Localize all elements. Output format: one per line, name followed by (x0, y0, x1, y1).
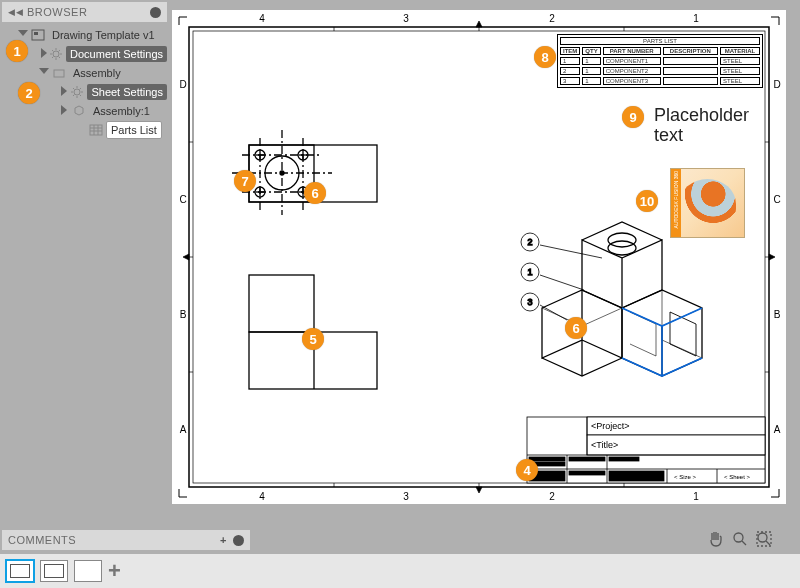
chevron-right-icon[interactable] (39, 49, 46, 58)
add-comment-icon[interactable]: + (220, 534, 227, 546)
chevron-down-icon[interactable] (18, 30, 27, 39)
browser-header[interactable]: ◀◀ BROWSER (2, 2, 167, 22)
svg-text:< Size >: < Size > (674, 474, 697, 480)
callout-1: 1 (6, 40, 28, 62)
sheet-thumb-2[interactable] (40, 560, 68, 582)
sheet-thumb-1[interactable] (6, 560, 34, 582)
svg-rect-85 (609, 457, 639, 461)
svg-point-2 (53, 51, 59, 57)
table-icon (88, 123, 103, 137)
svg-rect-1 (34, 32, 38, 35)
svg-text:2: 2 (549, 13, 555, 24)
comments-collapse-icon[interactable] (233, 535, 244, 546)
table-row[interactable]: 11COMPONENT1STEEL (560, 57, 760, 65)
svg-text:4: 4 (259, 491, 265, 502)
add-sheet-button[interactable]: + (108, 558, 121, 584)
browser-collapse-icon[interactable] (150, 7, 161, 18)
balloon-1: 1 (527, 267, 532, 277)
table-row[interactable]: 31COMPONENT3STEEL (560, 77, 760, 85)
zoom-icon[interactable] (730, 530, 750, 548)
svg-text:C: C (179, 194, 186, 205)
svg-point-4 (74, 89, 80, 95)
parts-list-table[interactable]: PARTS LIST ITEM QTY PART NUMBER DESCRIPT… (557, 34, 763, 88)
drawing-canvas[interactable]: 4321 4321 DCBA DCBA (172, 10, 786, 504)
svg-line-67 (540, 305, 567, 320)
assembly-icon (51, 66, 66, 80)
callout-6b: 6 (565, 317, 587, 339)
svg-text:< Sheet >: < Sheet > (724, 474, 751, 480)
callout-9: 9 (622, 106, 644, 128)
svg-text:A: A (180, 424, 187, 435)
svg-text:4: 4 (259, 13, 265, 24)
table-row[interactable]: 21COMPONENT2STEEL (560, 67, 760, 75)
view-tools (706, 530, 774, 548)
placeholder-text[interactable]: Placeholder text (654, 105, 749, 145)
svg-rect-84 (609, 471, 664, 481)
callout-6a: 6 (304, 182, 326, 204)
comments-panel: COMMENTS + (2, 530, 250, 550)
svg-rect-5 (90, 125, 102, 135)
svg-rect-3 (54, 70, 64, 77)
svg-text:D: D (773, 79, 780, 90)
comments-title: COMMENTS (8, 534, 76, 546)
gear-icon (70, 85, 84, 99)
svg-line-91 (742, 541, 746, 545)
svg-point-61 (608, 233, 636, 247)
browser-title: BROWSER (27, 6, 87, 18)
tree-assembly[interactable]: Assembly (2, 63, 167, 82)
svg-text:B: B (180, 309, 187, 320)
svg-point-92 (758, 533, 767, 542)
zoom-fit-icon[interactable] (754, 530, 774, 548)
svg-line-63 (540, 275, 584, 290)
balloon-2: 2 (527, 237, 532, 247)
chevron-right-icon[interactable] (59, 106, 68, 115)
chevron-down-icon[interactable] (39, 68, 48, 77)
pan-icon[interactable] (706, 530, 726, 548)
chevron-right-icon[interactable] (59, 87, 67, 96)
svg-text:3: 3 (403, 13, 409, 24)
tree-parts-list[interactable]: Parts List (2, 120, 167, 139)
component-icon (71, 104, 86, 118)
tree-root[interactable]: Drawing Template v1 (2, 25, 167, 44)
svg-line-65 (540, 245, 602, 258)
svg-text:D: D (179, 79, 186, 90)
svg-text:<Project>: <Project> (591, 421, 630, 431)
sheet-bar: + (0, 554, 800, 588)
svg-rect-79 (529, 457, 565, 461)
svg-rect-58 (249, 275, 314, 332)
callout-8: 8 (534, 46, 556, 68)
gear-icon (49, 47, 63, 61)
svg-line-93 (766, 541, 770, 545)
svg-text:B: B (774, 309, 781, 320)
svg-rect-82 (569, 457, 605, 461)
svg-point-62 (608, 241, 636, 255)
svg-text:1: 1 (693, 13, 699, 24)
svg-point-90 (734, 533, 743, 542)
balloon-3: 3 (527, 297, 532, 307)
callout-10: 10 (636, 190, 658, 212)
drawing-icon (30, 28, 45, 42)
svg-rect-7 (193, 31, 765, 483)
svg-rect-83 (569, 471, 605, 475)
svg-text:A: A (774, 424, 781, 435)
callout-4: 4 (516, 459, 538, 481)
comments-header[interactable]: COMMENTS + (2, 530, 250, 550)
callout-5: 5 (302, 328, 324, 350)
svg-text:1: 1 (693, 491, 699, 502)
sheet-thumb-3[interactable] (74, 560, 102, 582)
browser-tree: Drawing Template v1 Document Settings As… (2, 22, 167, 139)
svg-text:3: 3 (403, 491, 409, 502)
callout-7: 7 (234, 170, 256, 192)
callout-2: 2 (18, 82, 40, 104)
logo-image[interactable]: AUTODESK FUSION 360 (670, 168, 745, 238)
svg-text:C: C (773, 194, 780, 205)
svg-text:<Title>: <Title> (591, 440, 618, 450)
svg-text:2: 2 (549, 491, 555, 502)
browser-panel: ◀◀ BROWSER Drawing Template v1 Document … (2, 2, 167, 139)
